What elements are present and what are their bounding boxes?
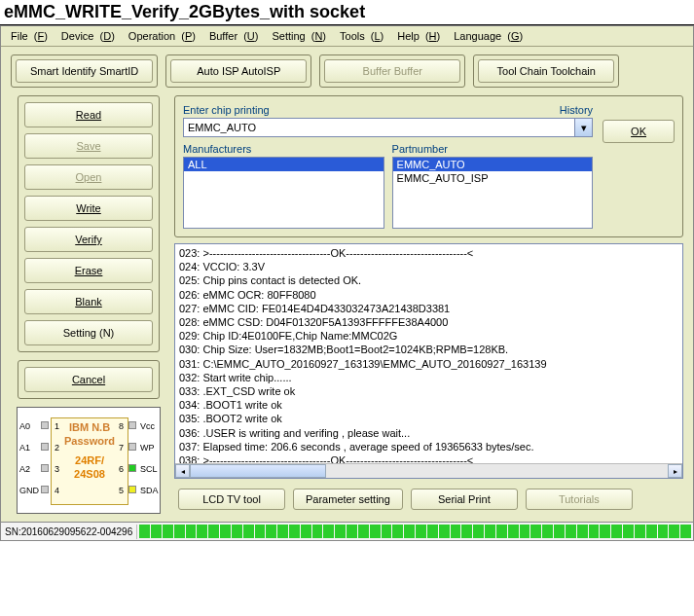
progress-segment [186,525,197,538]
progress-segment [496,525,507,538]
auto-isp-button[interactable]: Auto ISP AutoISP [170,59,307,83]
progress-segment [323,525,334,538]
chip-dropdown-button[interactable]: ▾ [575,118,593,137]
progress-segment [473,525,484,538]
progress-segment [554,525,565,538]
chip-pinout-diagram: IBM N.B Password 24RF/ 24S08 A01A12A23GN… [17,407,161,514]
progress-segment [566,525,576,538]
main-window: File (F)Device (D)Operation (P)Buffer (U… [0,25,694,541]
chip-combo[interactable]: ▾ [183,118,593,137]
menu-buffer[interactable]: Buffer (U) [203,28,265,44]
progress-segment [163,525,173,538]
log-line: 028: eMMC CSD: D04F01320F5A1393FFFFFE38A… [179,315,678,329]
scroll-left-button[interactable]: ◂ [175,464,190,478]
log-line: 023: >----------------------------------… [179,246,678,260]
cancel-button[interactable]: Cancel [24,367,153,392]
log-line: 026: eMMC OCR: 80FF8080 [179,288,678,302]
progress-segment [151,525,162,538]
menu-language[interactable]: Language (G) [448,28,529,44]
chip-input[interactable] [183,118,575,137]
parameter-setting-button[interactable]: Parameter setting [293,489,403,510]
progress-segment [600,525,610,538]
chip-select-panel: Enter chip printing History ▾ Manufactur… [174,95,683,237]
window-title: eMMC_WRITE_Verify_2GBytes_with socket [0,0,694,25]
list-item[interactable]: ALL [184,158,384,171]
progress-segment [208,525,219,538]
list-item[interactable]: EMMC_AUTO_ISP [393,171,593,185]
progress-segment [508,525,519,538]
tool-chain-button[interactable]: Tool Chain Toolchain [478,59,614,83]
progress-segment [669,525,679,538]
progress-segment [623,525,634,538]
serial-print-button[interactable]: Serial Print [411,489,518,510]
progress-segment [485,525,495,538]
progress-segment [301,525,311,538]
log-line: 024: VCCIO: 3.3V [179,260,678,273]
progress-segment [174,525,185,538]
enter-chip-label: Enter chip printing [183,104,550,116]
manufacturers-list[interactable]: ALL [183,157,384,229]
partnumber-label: Partnumber [392,143,594,155]
serial-number-label: SN:20160629095622-004296 [1,525,137,539]
menu-operation[interactable]: Operation (P) [123,28,201,44]
progress-segment [139,525,150,538]
log-line: 034: .BOOT1 write ok [179,398,678,412]
menu-help[interactable]: Help (H) [391,28,446,44]
top-button-row: Smart Identify SmartID Auto ISP AutoISP … [1,47,693,91]
menu-tools[interactable]: Tools (L) [334,28,389,44]
chevron-down-icon: ▾ [581,122,587,134]
log-line: 032: Start write chip...... [179,371,678,384]
menu-file[interactable]: File (F) [5,28,54,44]
log-output[interactable]: 023: >----------------------------------… [174,243,683,479]
log-line: 027: eMMC CID: FE014E4D4D433032473A21438… [179,302,678,315]
log-line: 036: .USER is writing and verifing , ple… [179,426,678,440]
read-button[interactable]: Read [24,102,153,127]
menu-bar: File (F)Device (D)Operation (P)Buffer (U… [1,26,693,47]
progress-segment [277,525,288,538]
menu-setting[interactable]: Setting (N) [266,28,332,44]
menu-device[interactable]: Device (D) [55,28,121,44]
progress-segment [312,525,323,538]
progress-segment [382,525,392,538]
progress-segment [611,525,622,538]
progress-segment [635,525,645,538]
partnumber-list[interactable]: EMMC_AUTOEMMC_AUTO_ISP [392,157,594,229]
scroll-thumb[interactable] [190,464,326,478]
log-h-scrollbar[interactable]: ◂ ▸ [175,463,682,478]
progress-segment [358,525,369,538]
manufacturers-label: Manufacturers [183,143,384,155]
status-bar: SN:20160629095622-004296 [1,522,693,540]
log-line: 030: Chip Size: User=1832MB;Boot1=Boot2=… [179,343,678,356]
progress-segment [220,525,231,538]
write-button[interactable]: Write [24,196,153,221]
log-line: 025: Chip pins contact is detected OK. [179,273,678,287]
list-item[interactable]: EMMC_AUTO [393,158,593,171]
save-button: Save [24,133,153,159]
lcd-tv-tool-button[interactable]: LCD TV tool [178,489,285,510]
setting-button[interactable]: Setting (N) [24,320,153,345]
log-line: 033: .EXT_CSD write ok [179,384,678,398]
progress-segment [427,525,438,538]
progress-segment [335,525,346,538]
progress-segment [542,525,553,538]
progress-segment [289,525,300,538]
ok-button[interactable]: OK [603,120,675,143]
progress-segment [461,525,472,538]
verify-button[interactable]: Verify [24,227,153,252]
cancel-group: Cancel [18,360,160,399]
scroll-right-button[interactable]: ▸ [668,464,682,478]
smart-identify-button[interactable]: Smart Identify SmartID [16,59,153,83]
tutorials-button: Tutorials [526,489,633,510]
blank-button[interactable]: Blank [24,289,153,314]
log-line: 031: C:\EMMC_AUTO_20160927_163139\EMMC_A… [179,357,678,371]
erase-button[interactable]: Erase [24,258,153,283]
progress-segment [589,525,600,538]
progress-segment [232,525,242,538]
open-button: Open [24,164,153,190]
buffer-button[interactable]: Buffer Buffer [324,59,460,83]
progress-segment [680,525,691,538]
progress-segment [451,525,461,538]
progress-segment [255,525,266,538]
bottom-button-row: LCD TV tool Parameter setting Serial Pri… [174,485,683,514]
progress-segment [347,525,357,538]
